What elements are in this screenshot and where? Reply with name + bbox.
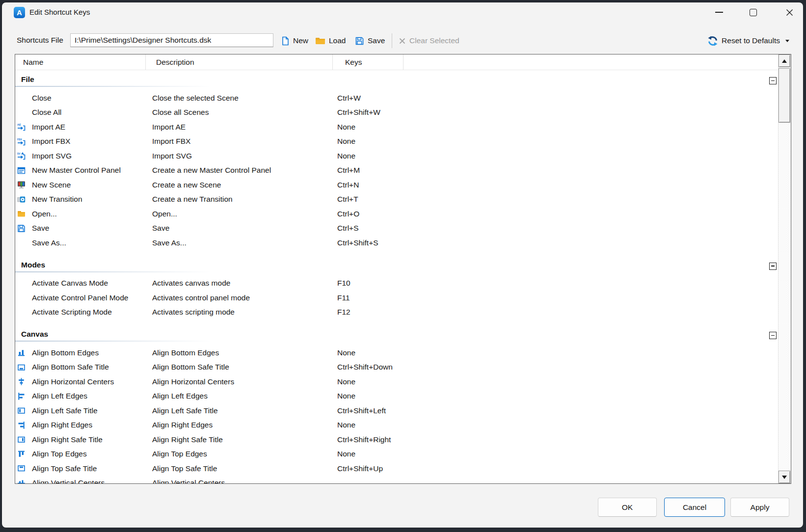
collapse-group-button[interactable] xyxy=(769,77,777,84)
column-header-keys[interactable]: Keys xyxy=(333,54,403,70)
name-cell: AEImport AE xyxy=(15,123,152,132)
new-button[interactable]: New xyxy=(281,33,308,48)
edit-shortcut-keys-dialog: A Edit Shortcut Keys Shortcuts File New xyxy=(2,2,803,528)
load-button[interactable]: Load xyxy=(315,33,346,48)
table-row-close[interactable]: CloseClose the selected SceneCtrl+W xyxy=(15,91,791,106)
shortcut-name: Align Bottom Safe Title xyxy=(32,363,109,372)
name-cell: Save xyxy=(15,224,152,233)
group-rows: Activate Canvas ModeActivates canvas mod… xyxy=(15,272,791,320)
name-cell: Align Bottom Safe Title xyxy=(15,363,152,372)
ok-button[interactable]: OK xyxy=(598,498,657,517)
table-row-new-scene[interactable]: New SceneCreate a new SceneCtrl+N xyxy=(15,178,791,192)
maximize-icon xyxy=(750,9,757,16)
align-vertical-centers-icon xyxy=(17,479,26,484)
shortcuts-file-input[interactable] xyxy=(70,33,273,47)
toolbar-separator xyxy=(392,33,392,48)
import-ae-icon: AE xyxy=(17,123,26,131)
import-svg-icon: SV xyxy=(17,152,26,160)
description-cell: Align Top Safe Title xyxy=(152,464,337,473)
clear-selected-button[interactable]: Clear Selected xyxy=(399,33,459,48)
name-cell: FBXImport FBX xyxy=(15,137,152,146)
table-row-align-bottom-safe-title[interactable]: Align Bottom Safe TitleAlign Bottom Safe… xyxy=(15,360,791,375)
table-row-align-left-safe-title[interactable]: Align Left Safe TitleAlign Left Safe Tit… xyxy=(15,403,791,418)
new-button-label: New xyxy=(293,36,308,45)
maximize-button[interactable] xyxy=(742,2,764,22)
no-icon xyxy=(17,94,26,102)
save-button[interactable]: Save xyxy=(355,33,385,48)
name-cell: Close xyxy=(15,94,152,103)
table-row-import-svg[interactable]: SVImport SVGImport SVGNone xyxy=(15,149,791,163)
table-row-save-as[interactable]: Save As...Save As...Ctrl+Shift+S xyxy=(15,236,791,250)
reset-to-defaults-label: Reset to Defaults xyxy=(722,36,780,45)
keys-cell: None xyxy=(337,392,791,400)
group-header-modes: Modes xyxy=(15,250,791,272)
shortcut-name: Align Top Safe Title xyxy=(32,464,97,473)
description-cell: Create a new Master Control Panel xyxy=(152,166,337,175)
name-cell: Activate Canvas Mode xyxy=(15,279,152,288)
align-horizontal-centers-icon xyxy=(17,377,26,386)
table-row-open[interactable]: Open...Open...Ctrl+O xyxy=(15,207,791,221)
keys-cell: Ctrl+N xyxy=(337,181,791,189)
vertical-scrollbar[interactable] xyxy=(778,54,790,483)
description-cell: Import FBX xyxy=(152,137,337,146)
table-row-activate-control-panel-mode[interactable]: Activate Control Panel ModeActivates con… xyxy=(15,291,791,305)
no-icon xyxy=(17,308,26,317)
svg-text:FBX: FBX xyxy=(17,138,22,140)
table-row-align-right-safe-title[interactable]: Align Right Safe TitleAlign Right Safe T… xyxy=(15,432,791,447)
minimize-icon xyxy=(715,12,723,13)
description-cell: Align Top Edges xyxy=(152,450,337,458)
description-cell: Activates control panel mode xyxy=(152,293,337,302)
table-row-new-master-control-panel[interactable]: New Master Control PanelCreate a new Mas… xyxy=(15,163,791,178)
name-cell: New Scene xyxy=(15,181,152,189)
name-cell: Activate Scripting Mode xyxy=(15,308,152,317)
description-cell: Align Vertical Centers xyxy=(152,479,337,484)
shortcut-name: Align Left Edges xyxy=(32,392,87,400)
table-row-align-top-safe-title[interactable]: Align Top Safe TitleAlign Top Safe Title… xyxy=(15,461,791,476)
minus-icon xyxy=(771,80,775,81)
table-row-align-top-edges[interactable]: Align Top EdgesAlign Top EdgesNone xyxy=(15,447,791,462)
master-control-panel-icon xyxy=(17,166,26,175)
scroll-down-button[interactable] xyxy=(779,471,790,483)
shortcut-name: Activate Canvas Mode xyxy=(32,279,108,288)
table-row-save[interactable]: SaveSaveCtrl+S xyxy=(15,221,791,236)
scrollbar-thumb[interactable] xyxy=(779,68,790,123)
column-header-name[interactable]: Name xyxy=(15,54,146,70)
table-row-import-ae[interactable]: AEImport AEImport AENone xyxy=(15,120,791,134)
reset-to-defaults-button[interactable]: Reset to Defaults xyxy=(707,33,789,48)
close-button[interactable] xyxy=(778,2,801,22)
clear-x-icon xyxy=(399,37,406,45)
collapse-group-button[interactable] xyxy=(769,263,777,270)
save-floppy-icon xyxy=(17,224,26,233)
name-cell: New Master Control Panel xyxy=(15,166,152,175)
table-row-activate-canvas-mode[interactable]: Activate Canvas ModeActivates canvas mod… xyxy=(15,276,791,291)
name-cell: Align Right Safe Title xyxy=(15,435,152,444)
table-row-align-horizontal-centers[interactable]: Align Horizontal CentersAlign Horizontal… xyxy=(15,374,791,389)
table-row-align-left-edges[interactable]: Align Left EdgesAlign Left EdgesNone xyxy=(15,389,791,404)
table-row-align-right-edges[interactable]: Align Right EdgesAlign Right EdgesNone xyxy=(15,418,791,433)
table-row-align-vertical-centers[interactable]: Align Vertical CentersAlign Vertical Cen… xyxy=(15,476,791,484)
apply-button[interactable]: Apply xyxy=(730,498,789,517)
keys-cell: None xyxy=(337,450,791,458)
table-row-import-fbx[interactable]: FBXImport FBXImport FBXNone xyxy=(15,134,791,149)
minimize-button[interactable] xyxy=(708,2,730,22)
group-label: File xyxy=(21,75,34,84)
shortcut-name: Align Top Edges xyxy=(32,450,87,458)
table-row-align-bottom-edges[interactable]: Align Bottom EdgesAlign Bottom EdgesNone xyxy=(15,346,791,360)
table-row-activate-scripting-mode[interactable]: Activate Scripting ModeActivates scripti… xyxy=(15,305,791,320)
scroll-up-button[interactable] xyxy=(779,54,790,67)
shortcut-name: Align Right Edges xyxy=(32,421,92,429)
group-rows: Align Bottom EdgesAlign Bottom EdgesNone… xyxy=(15,342,791,484)
collapse-group-button[interactable] xyxy=(769,332,777,339)
column-header-description[interactable]: Description xyxy=(146,54,333,70)
keys-cell: None xyxy=(337,421,791,429)
table-row-new-transition[interactable]: New TransitionCreate a new TransitionCtr… xyxy=(15,192,791,207)
description-cell: Open... xyxy=(152,210,337,218)
keys-cell: F12 xyxy=(337,308,791,317)
group-rows: CloseClose the selected SceneCtrl+WClose… xyxy=(15,87,791,250)
triangle-down-icon xyxy=(782,476,787,479)
shortcut-name: Import SVG xyxy=(32,152,72,160)
shortcut-name: Save xyxy=(32,224,49,233)
shortcut-name: Activate Control Panel Mode xyxy=(32,293,128,302)
cancel-button[interactable]: Cancel xyxy=(664,498,725,517)
table-row-close-all[interactable]: Close AllClose all ScenesCtrl+Shift+W xyxy=(15,106,791,120)
